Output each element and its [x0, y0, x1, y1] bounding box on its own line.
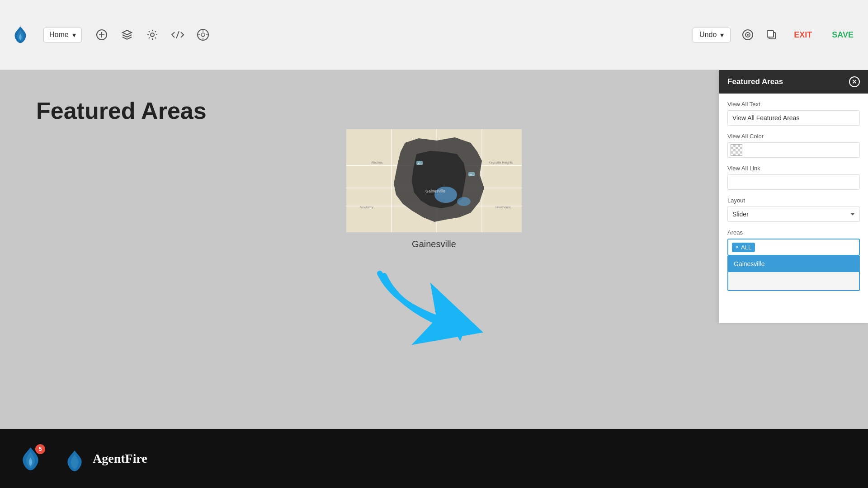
view-all-color-label: View All Color	[727, 133, 860, 140]
map-label: Gainesville	[346, 239, 522, 249]
view-all-text-field: View All Text	[727, 101, 860, 126]
exit-button[interactable]: EXIT	[788, 28, 817, 42]
home-dropdown[interactable]: Home ▾	[43, 28, 82, 42]
wordpress-icon[interactable]	[195, 27, 211, 43]
areas-field: Areas × ALL Gainesville	[727, 229, 860, 256]
save-button[interactable]: SAVE	[826, 28, 859, 42]
areas-dropdown-empty	[728, 272, 859, 290]
view-all-color-swatch-container[interactable]	[727, 142, 860, 158]
areas-dropdown-item-gainesville[interactable]: Gainesville	[728, 256, 859, 272]
areas-tag-label: ALL	[741, 244, 751, 251]
svg-text:301: 301	[417, 162, 422, 165]
view-all-text-input[interactable]	[727, 110, 860, 126]
svg-marker-3	[123, 30, 132, 35]
page-title: Featured Areas	[36, 97, 832, 124]
brand-name: AgentFire	[93, 451, 147, 466]
view-all-text-label: View All Text	[727, 101, 860, 108]
svg-point-7	[201, 33, 205, 37]
view-all-link-input[interactable]	[727, 174, 860, 190]
preview-icon[interactable]	[740, 27, 756, 43]
areas-dropdown-item-label: Gainesville	[734, 260, 764, 267]
svg-text:Gainesville: Gainesville	[425, 189, 445, 193]
svg-text:Keysville Heights: Keysville Heights	[489, 161, 513, 164]
bottom-bar: 5 AgentFire	[0, 429, 868, 488]
color-swatch	[731, 144, 742, 156]
layout-field: Layout Slider Grid List	[727, 197, 860, 222]
areas-input-container[interactable]: × ALL	[727, 239, 860, 256]
settings-icon[interactable]	[144, 27, 160, 43]
layout-select[interactable]: Slider Grid List	[727, 206, 860, 222]
svg-text:441: 441	[469, 174, 474, 176]
areas-label: Areas	[727, 229, 860, 236]
svg-text:Hawthorne: Hawthorne	[495, 206, 511, 209]
duplicate-icon[interactable]	[763, 27, 779, 43]
toolbar-icons	[94, 27, 211, 43]
svg-point-21	[457, 197, 471, 206]
toolbar: Home ▾	[0, 0, 868, 70]
areas-tag-close-icon[interactable]: ×	[736, 244, 739, 250]
undo-label: Undo	[699, 31, 717, 39]
map-image: Alachua Keysville Heights Newberry Hawth…	[346, 129, 522, 233]
panel-body: View All Text View All Color View All Li…	[719, 94, 868, 267]
bottom-logo[interactable]: 5	[18, 446, 43, 471]
svg-point-4	[151, 33, 154, 37]
svg-marker-31	[454, 328, 466, 341]
toolbar-right: Undo ▾ EXIT SAVE	[693, 27, 859, 43]
svg-line-5	[176, 31, 179, 38]
undo-dropdown[interactable]: Undo ▾	[693, 28, 731, 42]
panel-close-button[interactable]: ✕	[849, 76, 860, 87]
home-label: Home	[49, 31, 69, 39]
svg-text:Alachua: Alachua	[371, 161, 382, 164]
code-icon[interactable]	[170, 27, 186, 43]
svg-rect-12	[767, 31, 774, 37]
svg-text:Newberry: Newberry	[360, 206, 373, 209]
layers-icon[interactable]	[119, 27, 135, 43]
close-icon: ✕	[852, 78, 857, 85]
areas-field-wrapper: × ALL Gainesville	[727, 239, 860, 256]
add-icon[interactable]	[94, 27, 110, 43]
areas-tag-all: × ALL	[732, 243, 755, 252]
featured-areas-panel: Featured Areas ✕ View All Text View All …	[719, 70, 868, 323]
agentfire-logo[interactable]	[9, 23, 32, 46]
view-all-link-label: View All Link	[727, 165, 860, 172]
panel-title: Featured Areas	[727, 77, 783, 86]
areas-search-input[interactable]	[758, 244, 855, 251]
map-container: Alachua Keysville Heights Newberry Hawth…	[346, 129, 522, 233]
toolbar-right-icons	[740, 27, 779, 43]
view-all-link-field: View All Link	[727, 165, 860, 190]
bottom-brand-logo	[66, 450, 84, 468]
undo-chevron-icon: ▾	[720, 31, 724, 39]
areas-dropdown: Gainesville	[727, 256, 860, 291]
main-area: Featured Areas	[0, 70, 868, 488]
arrow-pointer	[371, 264, 497, 355]
home-chevron-icon: ▾	[72, 31, 76, 39]
svg-point-10	[747, 34, 749, 36]
layout-label: Layout	[727, 197, 860, 204]
view-all-color-field: View All Color	[727, 133, 860, 158]
panel-header: Featured Areas ✕	[719, 70, 868, 94]
notification-badge: 5	[35, 444, 45, 454]
